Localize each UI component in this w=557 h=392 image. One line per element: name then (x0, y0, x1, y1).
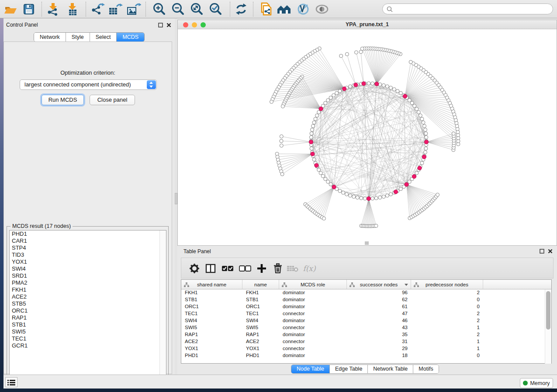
import-table-icon[interactable] (65, 2, 80, 17)
import-network-icon[interactable] (45, 2, 61, 17)
show-columns-icon[interactable] (204, 262, 217, 275)
close-table-panel-icon[interactable] (547, 248, 553, 254)
column-header-successor-nodes[interactable]: successor nodes (347, 280, 411, 289)
export-table-icon[interactable] (107, 2, 123, 17)
cell: 1 (411, 338, 483, 345)
table-row[interactable]: YOX1YOX1connector291 (181, 345, 551, 352)
float-panel-icon[interactable] (158, 22, 163, 28)
tab-motifs[interactable]: Motifs (413, 365, 438, 373)
run-mcds-button[interactable]: Run MCDS (42, 95, 84, 105)
table-row[interactable]: FKH1FKH1dominator962 (181, 289, 551, 296)
table-scrollbar-thumb[interactable] (546, 291, 550, 330)
network-window-titlebar[interactable]: YPA_prune.txt_1 (178, 20, 557, 29)
mcds-result-item[interactable]: PHD1 (10, 230, 166, 237)
mcds-result-item[interactable]: ORC1 (10, 307, 166, 314)
refresh-view-icon[interactable] (233, 2, 249, 17)
result-list-scrollbar[interactable] (159, 230, 166, 385)
cell: dominator (279, 352, 347, 359)
mcds-result-list[interactable]: PHD1CAR1STP4TID3YOX1SWI4SRD1PMA2FKH1ACE2… (9, 230, 166, 385)
cell: 96 (347, 289, 411, 296)
table-settings-gear-icon[interactable] (188, 262, 201, 275)
network-canvas[interactable] (178, 29, 557, 245)
column-header-name[interactable]: name (242, 280, 279, 289)
tab-network[interactable]: Network (34, 33, 66, 41)
cell: ACE2 (242, 338, 279, 345)
table-row[interactable]: STB1STB1dominator620 (181, 296, 551, 303)
mcds-result-item[interactable]: YOX1 (10, 258, 166, 265)
tab-node-table[interactable]: Node Table (291, 365, 330, 373)
table-row[interactable]: SWI4SWI4dominator462 (181, 317, 551, 324)
mcds-result-group: MCDS result (17 nodes) PHD1CAR1STP4TID3Y… (7, 226, 169, 388)
cell: SWI5 (181, 324, 242, 331)
mcds-result-item[interactable]: STB1 (10, 321, 166, 328)
mcds-result-item[interactable]: RAP1 (10, 314, 166, 321)
search-field[interactable] (382, 3, 553, 14)
tab-mcds[interactable]: MCDS (117, 33, 144, 41)
table-row[interactable]: TEC1TEC1connector472 (181, 310, 551, 317)
network-graph[interactable] (178, 29, 557, 245)
add-column-icon[interactable] (255, 262, 268, 275)
app-main: Control Panel NetworkStyleSelectMCDS Opt… (3, 18, 557, 389)
export-image-icon[interactable] (126, 2, 142, 17)
leaf-nodes (270, 47, 460, 228)
table-row[interactable]: ACE2ACE2connector311 (181, 338, 551, 345)
mcds-result-item[interactable]: FKH1 (10, 286, 166, 293)
mcds-result-item[interactable]: TID3 (10, 251, 166, 258)
optimization-criterion-select[interactable]: largest connected component (undirected) (20, 79, 157, 90)
mcds-result-item[interactable]: TEC1 (10, 335, 166, 342)
clone-network-icon[interactable] (257, 2, 273, 17)
tab-style[interactable]: Style (66, 33, 90, 41)
memory-button[interactable]: Memory (520, 378, 553, 388)
zoom-fit-icon[interactable] (189, 2, 204, 17)
mcds-result-item[interactable]: SWI5 (10, 328, 166, 335)
mcds-result-item[interactable]: PMA2 (10, 279, 166, 286)
mcds-result-item[interactable]: SRD1 (10, 272, 166, 279)
tab-select[interactable]: Select (90, 33, 117, 41)
deselect-all-icon[interactable] (239, 262, 252, 275)
table-scrollbar[interactable] (545, 289, 551, 364)
cell: 47 (347, 310, 411, 317)
network-scroll-handle[interactable] (365, 241, 369, 245)
mcds-result-item[interactable]: GCR1 (10, 342, 166, 349)
cell: dominator (279, 331, 347, 338)
mcds-result-item[interactable]: STP4 (10, 244, 166, 251)
table-toolbar: f(x) (181, 258, 554, 279)
search-input[interactable] (393, 6, 542, 12)
sort-chevron-icon[interactable] (405, 284, 408, 286)
column-header-predecessor-nodes[interactable]: predecessor nodes (411, 280, 483, 289)
first-neighbors-icon[interactable] (277, 2, 292, 17)
show-vizmapper-icon[interactable] (295, 2, 311, 17)
hide-selected-icon[interactable] (314, 2, 330, 17)
tab-network-table[interactable]: Network Table (368, 365, 413, 373)
table-row[interactable]: RAP1RAP1dominator352 (181, 331, 551, 338)
column-header-shared-name[interactable]: shared name (181, 280, 242, 289)
export-network-icon[interactable] (90, 2, 106, 17)
task-history-button[interactable] (5, 377, 17, 387)
delete-table-icon[interactable] (286, 262, 299, 275)
cell: PHD1 (242, 352, 279, 359)
cell: ACE2 (181, 338, 242, 345)
tab-edge-table[interactable]: Edge Table (330, 365, 368, 373)
save-session-icon[interactable] (21, 2, 37, 17)
mcds-result-item[interactable]: ACE2 (10, 293, 166, 300)
column-header-MCDS-role[interactable]: MCDS role (279, 280, 347, 289)
memory-status-icon (523, 381, 528, 385)
zoom-out-icon[interactable] (170, 2, 186, 17)
close-panel-button[interactable]: Close panel (90, 95, 135, 105)
function-builder-icon[interactable]: f(x) (303, 262, 316, 275)
open-session-icon[interactable] (3, 2, 18, 17)
mcds-result-item[interactable]: SWI4 (10, 265, 166, 272)
table-row[interactable]: ORC1ORC1dominator610 (181, 303, 551, 310)
mcds-result-item[interactable]: STB5 (10, 300, 166, 307)
table-row[interactable]: SWI5SWI5connector431 (181, 324, 551, 331)
zoom-in-icon[interactable] (151, 2, 167, 17)
zoom-selected-icon[interactable] (208, 2, 223, 17)
memory-label: Memory (530, 380, 550, 386)
select-all-icon[interactable] (221, 262, 234, 275)
mcds-result-item[interactable]: CAR1 (10, 237, 166, 244)
cell: 1 (411, 345, 483, 352)
table-row[interactable]: PHD1PHD1dominator180 (181, 352, 551, 359)
close-panel-icon[interactable] (166, 22, 172, 28)
float-table-panel-icon[interactable] (539, 248, 545, 254)
delete-column-icon[interactable] (271, 262, 284, 275)
